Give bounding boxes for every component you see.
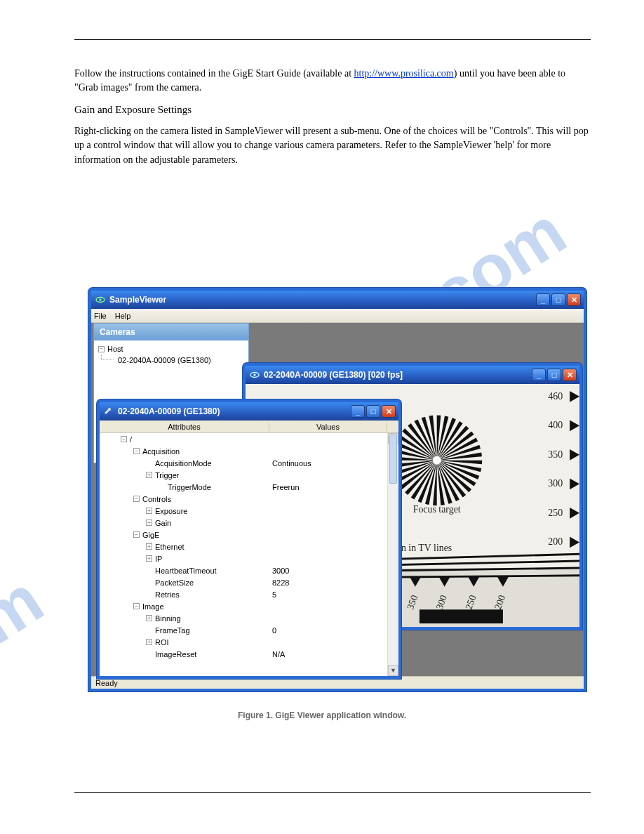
- attribute-row[interactable]: +Gain: [100, 517, 387, 529]
- minimize-button[interactable]: _: [532, 369, 546, 381]
- expand-icon[interactable]: +: [146, 472, 152, 478]
- attribute-row[interactable]: +IP: [100, 552, 387, 564]
- attribute-label: /: [130, 435, 132, 444]
- menu-bar: File Help: [91, 309, 584, 323]
- maximize-button[interactable]: □: [547, 369, 561, 381]
- attribute-label: GigE: [142, 531, 159, 539]
- intro-link[interactable]: http://www.prosilica.com: [354, 68, 454, 79]
- attribute-label: Ethernet: [155, 543, 185, 551]
- svg-point-6: [433, 456, 441, 465]
- close-button[interactable]: ✕: [563, 369, 577, 381]
- attribute-row[interactable]: +ROI: [100, 636, 387, 648]
- col-values: Values: [269, 423, 387, 431]
- svg-point-3: [253, 373, 255, 376]
- expand-icon[interactable]: +: [146, 543, 152, 550]
- focus-target-label: Focus target: [413, 504, 461, 515]
- maximize-button[interactable]: □: [551, 293, 565, 306]
- video-title: 02-2040A-00009 (GE1380) [020 fps]: [264, 370, 403, 380]
- wrench-icon: [104, 406, 114, 416]
- attribute-label: ImageReset: [155, 650, 196, 658]
- attribute-value: Continuous: [269, 459, 387, 468]
- attribute-label: Exposure: [155, 507, 187, 515]
- attribute-row[interactable]: AcquisitionModeContinuous: [100, 457, 387, 469]
- attribute-value: Freerun: [269, 483, 387, 491]
- expand-icon[interactable]: +: [146, 639, 152, 645]
- expand-icon[interactable]: +: [146, 615, 152, 621]
- expand-icon[interactable]: +: [146, 519, 152, 526]
- minimize-button[interactable]: _: [351, 405, 365, 418]
- cameras-panel-title: Cameras: [94, 324, 248, 340]
- menu-file[interactable]: File: [94, 312, 107, 320]
- collapse-icon[interactable]: −: [121, 436, 127, 442]
- attribute-row[interactable]: +Exposure: [100, 505, 387, 517]
- expand-icon[interactable]: +: [146, 555, 152, 562]
- maximize-button[interactable]: □: [366, 405, 380, 418]
- close-button[interactable]: ✕: [567, 293, 581, 306]
- controls-window: 02-2040A-00009 (GE1380) _ □ ✕ Attributes…: [97, 399, 401, 679]
- eye-icon: [95, 295, 105, 305]
- attribute-row[interactable]: HeartbeatTimeout3000: [100, 564, 387, 576]
- attribute-value: 0: [269, 626, 387, 635]
- attribute-row[interactable]: −GigE: [100, 529, 387, 541]
- scrollbar[interactable]: ▲ ▼: [387, 433, 398, 676]
- video-titlebar[interactable]: 02-2040A-00009 (GE1380) [020 fps] _ □ ✕: [246, 366, 579, 384]
- attribute-value: N/A: [269, 650, 387, 658]
- attribute-row[interactable]: ImageResetN/A: [100, 648, 387, 660]
- attribute-row[interactable]: FrameTag0: [100, 624, 387, 636]
- attribute-label: Retries: [155, 590, 180, 599]
- attribute-row[interactable]: +Trigger: [100, 469, 387, 481]
- attribute-row[interactable]: −Controls: [100, 493, 387, 505]
- scroll-down-icon[interactable]: ▼: [388, 665, 398, 676]
- collapse-icon[interactable]: −: [98, 346, 105, 352]
- attribute-row[interactable]: −/: [100, 433, 387, 445]
- scroll-thumb[interactable]: [389, 435, 397, 484]
- attribute-row[interactable]: Retries5: [100, 588, 387, 600]
- attribute-row[interactable]: PacketSize8228: [100, 576, 387, 588]
- close-button[interactable]: ✕: [382, 405, 396, 418]
- ruler-value: 200: [548, 536, 563, 547]
- attribute-label: TriggerMode: [168, 483, 211, 491]
- figure-caption: Figure 1. GigE Viewer application window…: [0, 710, 644, 720]
- sampleviewer-title: SampleViewer: [109, 295, 166, 305]
- attribute-label: Gain: [155, 519, 171, 527]
- attribute-row[interactable]: −Acquisition: [100, 445, 387, 457]
- subsection-heading: Gain and Exposure Settings: [74, 104, 591, 116]
- attribute-value: 5: [269, 590, 387, 599]
- attribute-row[interactable]: −Image: [100, 600, 387, 612]
- tree-root-label: Host: [107, 345, 123, 353]
- menu-help[interactable]: Help: [115, 312, 131, 320]
- attribute-label: HeartbeatTimeout: [155, 567, 217, 575]
- attribute-label: PacketSize: [155, 578, 194, 587]
- intro-paragraph: Follow the instructions contained in the…: [74, 67, 591, 94]
- ruler-value: 250: [548, 508, 563, 518]
- svg-rect-11: [420, 609, 503, 623]
- attribute-row[interactable]: +Ethernet: [100, 541, 387, 552]
- attribute-row[interactable]: TriggerModeFreerun: [100, 481, 387, 493]
- attribute-value: 8228: [269, 578, 387, 587]
- column-headers: Attributes Values: [100, 421, 398, 433]
- controls-title: 02-2040A-00009 (GE1380): [118, 406, 220, 416]
- status-text: Ready: [95, 679, 118, 687]
- tree-connector: [101, 355, 114, 360]
- watermark: m: [0, 560, 57, 659]
- collapse-icon[interactable]: −: [133, 531, 140, 538]
- attribute-label: Acquisition: [142, 447, 180, 456]
- figure-screenshot: SampleViewer _ □ ✕ File Help Cameras − H…: [88, 288, 586, 691]
- eye-icon: [250, 370, 260, 380]
- tree-camera-item[interactable]: 02-2040A-00009 (GE1380): [118, 356, 211, 364]
- tree-root-row[interactable]: − Host: [98, 343, 248, 355]
- collapse-icon[interactable]: −: [133, 448, 140, 454]
- expand-icon[interactable]: +: [146, 508, 152, 514]
- collapse-icon[interactable]: −: [133, 603, 140, 609]
- attribute-label: Trigger: [155, 471, 179, 479]
- attribute-value: 3000: [269, 567, 387, 575]
- ruler-value: 400: [548, 420, 563, 430]
- minimize-button[interactable]: _: [536, 293, 550, 306]
- col-attributes: Attributes: [100, 423, 269, 431]
- collapse-icon[interactable]: −: [133, 496, 140, 502]
- ruler-value: 460: [548, 391, 563, 402]
- sampleviewer-titlebar[interactable]: SampleViewer _ □ ✕: [91, 291, 584, 309]
- attribute-row[interactable]: +Binning: [100, 612, 387, 624]
- controls-titlebar[interactable]: 02-2040A-00009 (GE1380) _ □ ✕: [100, 402, 398, 421]
- svg-point-1: [99, 298, 101, 300]
